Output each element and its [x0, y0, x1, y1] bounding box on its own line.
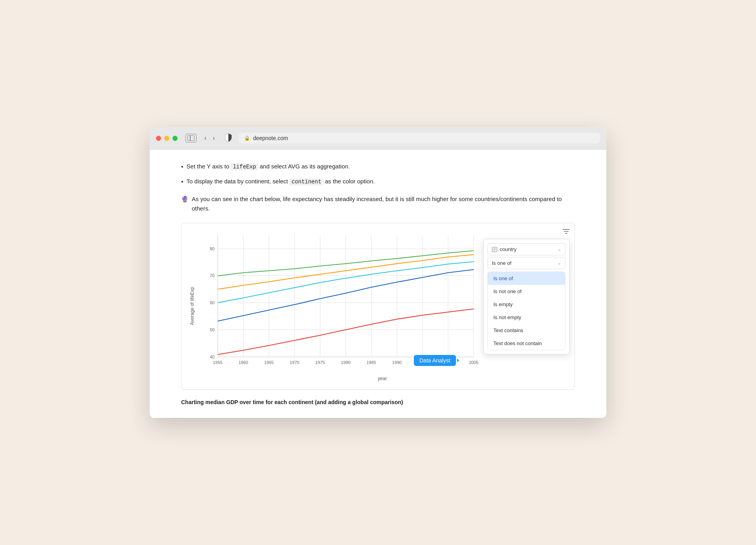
- chart-container: country ⌄ Is one of ⌄ Is one of Is not o…: [181, 223, 575, 390]
- nav-buttons: ‹ ›: [203, 134, 217, 142]
- svg-text:1990: 1990: [392, 360, 402, 365]
- svg-text:2000: 2000: [443, 360, 453, 365]
- traffic-lights: [156, 136, 178, 141]
- svg-text:50: 50: [210, 327, 215, 332]
- svg-text:1985: 1985: [367, 360, 376, 365]
- svg-text:1970: 1970: [290, 360, 299, 365]
- chart-y-label: Average of lifeExp: [189, 287, 196, 325]
- option-text-contains[interactable]: Text contains: [488, 324, 565, 337]
- bottom-caption: Charting median GDP over time for each c…: [181, 399, 575, 405]
- condition-label-text: Is one of: [492, 260, 511, 266]
- option-is-empty[interactable]: Is empty: [488, 298, 565, 311]
- minimize-button[interactable]: [164, 136, 169, 141]
- country-label-text: country: [500, 246, 517, 252]
- forward-button[interactable]: ›: [211, 134, 216, 142]
- svg-text:70: 70: [210, 273, 215, 278]
- paragraph-text: As you can see in the chart below, life …: [192, 194, 575, 213]
- address-text: deepnote.com: [253, 135, 288, 141]
- option-is-not-one-of[interactable]: Is not one of: [488, 285, 565, 298]
- svg-text:1965: 1965: [264, 360, 274, 365]
- browser-window: ‹ › 🔒 deepnote.com Set the Y axis to lif…: [150, 127, 606, 418]
- back-button[interactable]: ‹: [203, 134, 208, 142]
- bullet-item-1: Set the Y axis to lifeExp and select AVG…: [181, 162, 575, 172]
- country-filter-label: country: [492, 246, 517, 252]
- close-button[interactable]: [156, 136, 161, 141]
- svg-text:40: 40: [210, 355, 215, 359]
- continent-code: continent: [289, 178, 323, 185]
- lifeexp-code: lifeExp: [231, 163, 258, 170]
- chart-svg: .grid-line { stroke: #e0e0e0; stroke-wid…: [198, 231, 482, 373]
- filter-icon-button[interactable]: [563, 228, 570, 236]
- filter-panel: country ⌄ Is one of ⌄ Is one of Is not o…: [483, 239, 570, 355]
- filter-options-dropdown: Is one of Is not one of Is empty Is not …: [487, 272, 565, 350]
- address-bar[interactable]: 🔒 deepnote.com: [239, 133, 600, 144]
- option-is-not-empty[interactable]: Is not empty: [488, 311, 565, 324]
- country-chevron-icon: ⌄: [558, 247, 561, 252]
- bullet-item-2: To display the data by continent, select…: [181, 177, 575, 187]
- option-text-does-not-contain[interactable]: Text does not contain: [488, 337, 565, 350]
- sidebar-toggle-button[interactable]: [185, 134, 196, 142]
- svg-text:1995: 1995: [418, 360, 427, 365]
- svg-text:2005: 2005: [469, 360, 478, 365]
- svg-text:1955: 1955: [213, 360, 222, 365]
- svg-text:1980: 1980: [341, 360, 350, 365]
- description-paragraph: 🔮 As you can see in the chart below, lif…: [181, 194, 575, 213]
- shield-icon: [224, 133, 232, 144]
- globe-emoji: 🔮: [181, 194, 189, 213]
- bullet-1-text: Set the Y axis to lifeExp and select AVG…: [187, 162, 350, 172]
- maximize-button[interactable]: [172, 136, 178, 141]
- svg-text:60: 60: [210, 300, 215, 305]
- lock-icon: 🔒: [244, 135, 250, 141]
- page-content: Set the Y axis to lifeExp and select AVG…: [150, 150, 606, 418]
- svg-text:1960: 1960: [239, 360, 248, 365]
- option-is-one-of[interactable]: Is one of: [488, 272, 565, 285]
- browser-chrome: ‹ › 🔒 deepnote.com: [150, 127, 606, 150]
- bullet-list: Set the Y axis to lifeExp and select AVG…: [181, 162, 575, 187]
- sidebar-toggle-icon: [187, 135, 195, 141]
- chart-x-label: year: [198, 376, 567, 381]
- condition-chevron-icon: ⌄: [558, 260, 561, 266]
- svg-text:80: 80: [210, 246, 215, 251]
- bullet-2-text: To display the data by continent, select…: [187, 177, 375, 187]
- condition-filter-select[interactable]: Is one of ⌄: [487, 257, 565, 269]
- country-filter-select[interactable]: country ⌄: [487, 243, 565, 255]
- svg-text:1975: 1975: [315, 360, 325, 365]
